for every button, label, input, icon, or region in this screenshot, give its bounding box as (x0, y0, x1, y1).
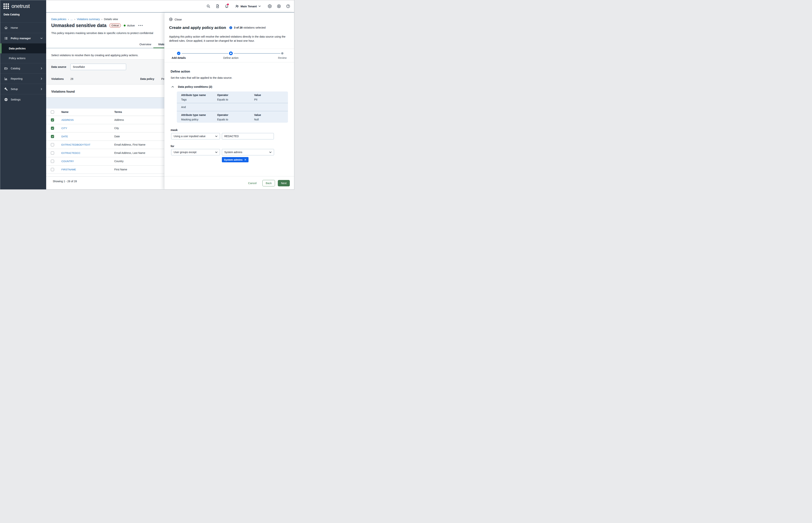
close-arrow-icon (169, 17, 173, 21)
select-all-checkbox[interactable] (51, 110, 54, 114)
sidebar-item-data-policies[interactable]: Data policies (0, 43, 46, 53)
violation-name-link[interactable]: COUNTRY (61, 160, 74, 163)
tab-overview[interactable]: Overview (139, 43, 151, 47)
sidebar-item-label: Policy manager (11, 37, 31, 40)
step-current-icon (229, 52, 233, 55)
sidebar-item-settings[interactable]: Settings (0, 94, 46, 105)
violation-terms: City (114, 127, 119, 130)
search-button[interactable] (206, 4, 210, 8)
step-connector (182, 53, 228, 54)
bar-chart-icon (4, 77, 8, 80)
page-title: Unmasked sensitive data (51, 23, 107, 28)
sidebar-item-label: Data policies (9, 47, 25, 50)
cancel-button[interactable]: Cancel (248, 182, 257, 185)
sidebar: onetrust Data Catalog Home Policy manage… (0, 0, 46, 190)
row-checkbox[interactable] (51, 151, 54, 155)
cond-header-value: Value (254, 93, 261, 96)
sidebar-item-reporting[interactable]: Reporting (0, 74, 46, 84)
search-icon (206, 4, 210, 8)
chevron-down-icon (40, 37, 43, 40)
sidebar-item-policy-actions[interactable]: Policy actions (0, 53, 46, 63)
panel-footer: Cancel Back Next (165, 176, 294, 190)
close-panel-button[interactable]: Close (169, 17, 182, 21)
for-groups-value: System admins (224, 151, 242, 154)
sidebar-item-catalog[interactable]: Catalog (0, 63, 46, 74)
breadcrumb-ellipsis-link[interactable]: ... (71, 18, 73, 21)
violation-name-link[interactable]: CITY (61, 127, 67, 130)
tenant-label: Main Tenant (241, 5, 257, 8)
cond-value: Equals to (217, 98, 228, 101)
for-label: for (171, 145, 174, 148)
next-button[interactable]: Next (278, 180, 290, 186)
mask-value-input[interactable] (222, 133, 274, 139)
define-action-subtitle: Set the rules that will be applied to th… (171, 76, 232, 79)
cond-value: Equals to (217, 118, 228, 121)
selected-count-bold: 3 of 28 (234, 26, 243, 29)
selected-group-chip[interactable]: System admins (222, 157, 248, 162)
violation-name-link[interactable]: ADDRESS (61, 119, 74, 121)
breadcrumb-link[interactable]: Data policies (51, 18, 66, 21)
document-check-icon (215, 4, 220, 8)
sidebar-item-policy-manager[interactable]: Policy manager (0, 33, 46, 43)
overflow-menu-icon[interactable] (138, 25, 143, 26)
chevron-down-icon (269, 151, 272, 154)
tasks-button[interactable] (215, 4, 220, 8)
account-button[interactable] (277, 4, 281, 8)
cond-header-value: Value (254, 113, 261, 116)
breadcrumb-separator: › (68, 18, 69, 21)
tenant-people-icon (235, 4, 239, 8)
cond-divider (177, 103, 288, 103)
breadcrumb-link[interactable]: Violations summary (77, 18, 100, 21)
wrench-icon (4, 87, 8, 91)
row-checkbox[interactable] (51, 135, 54, 138)
violation-terms: First Name (114, 168, 127, 171)
notifications-button[interactable] (225, 4, 229, 8)
mask-method-dropdown[interactable]: Using a user inputted value (171, 133, 220, 139)
sidebar-item-setup[interactable]: Setup (0, 84, 46, 94)
back-button[interactable]: Back (262, 180, 275, 186)
panel-title: Create and apply policy action (169, 25, 226, 30)
row-checkbox[interactable] (51, 160, 54, 163)
global-settings-button[interactable] (268, 4, 272, 8)
policy-action-panel: Close Create and apply policy action 3 o… (164, 13, 294, 190)
gear-icon (4, 98, 8, 102)
chevron-up-icon (171, 85, 174, 88)
data-source-input[interactable] (70, 64, 126, 70)
row-checkbox[interactable] (51, 118, 54, 122)
selected-count: 3 of 28 violations selected (229, 26, 265, 29)
row-checkbox[interactable] (51, 168, 54, 171)
selected-count-rest: violations selected (243, 26, 266, 29)
violation-name-link[interactable]: EXTRACTEDCC (61, 151, 80, 155)
violation-terms: Email Address, Last Name (114, 151, 145, 155)
step-label-add-details: Add details (167, 56, 190, 59)
chevron-down-icon (258, 5, 261, 7)
onetrust-dots-logo-icon (3, 3, 9, 9)
row-checkbox[interactable] (51, 127, 54, 130)
title-row: Unmasked sensitive data Critical Active (51, 23, 143, 28)
cond-value: Null (254, 118, 259, 121)
help-button[interactable] (286, 4, 290, 8)
settings-gear-icon (268, 4, 272, 8)
sidebar-item-label: Catalog (11, 67, 20, 70)
step-connector (234, 53, 280, 54)
panel-intro: Applying this policy action will resolve… (169, 35, 289, 43)
chevron-down-icon (215, 151, 218, 154)
for-method-dropdown[interactable]: User groups except (171, 149, 220, 155)
conditions-toggle[interactable]: Data policy conditions (2) (171, 85, 212, 88)
chevron-down-icon (215, 135, 218, 138)
breadcrumb-current: Details view (104, 18, 118, 21)
for-groups-dropdown[interactable]: System admins (222, 149, 274, 155)
violation-name-link[interactable]: FIRSTNAME (61, 168, 76, 171)
violation-name-link[interactable]: EXTRACTEDBODYTEXT (61, 143, 91, 146)
account-icon (277, 4, 281, 8)
app-window: onetrust Data Catalog Home Policy manage… (0, 0, 294, 190)
column-header-terms: Terms (114, 110, 122, 113)
cond-header-attribute: Attribute type name (181, 113, 206, 116)
cond-header-attribute: Attribute type name (181, 93, 206, 96)
violation-name-link[interactable]: DATE (61, 135, 68, 138)
remove-chip-icon[interactable] (244, 159, 246, 161)
violations-count-label: Violations (51, 77, 64, 80)
tenant-switcher[interactable]: Main Tenant (235, 4, 261, 8)
row-checkbox[interactable] (51, 143, 54, 146)
sidebar-item-home[interactable]: Home (0, 23, 46, 33)
